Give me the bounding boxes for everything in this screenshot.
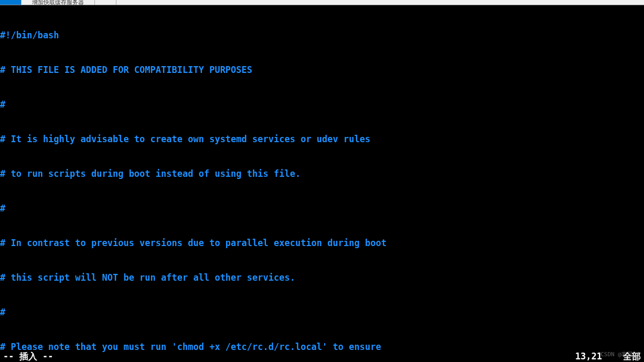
code-line: # THIS FILE IS ADDED FOR COMPATIBILITY P…	[0, 64, 644, 76]
code-line: # It is highly advisable to create own s…	[0, 133, 644, 145]
editor-content[interactable]: #!/bin/bash # THIS FILE IS ADDED FOR COM…	[0, 5, 644, 362]
vim-status-bar: -- 插入 -- 13,21 全部	[0, 350, 644, 362]
tab-item[interactable]	[95, 0, 116, 5]
code-line: #	[0, 99, 644, 110]
tab-bar: 增加快取缓存服务器	[0, 0, 644, 5]
code-line: #	[0, 306, 644, 318]
code-line: #!/bin/bash	[0, 29, 644, 41]
tab-label: 增加快取缓存服务器	[32, 0, 84, 8]
vim-mode: -- 插入 --	[3, 350, 53, 362]
tab-item[interactable]: 增加快取缓存服务器	[22, 0, 95, 5]
tab-active[interactable]	[0, 0, 22, 5]
code-line: # this script will NOT be run after all …	[0, 272, 644, 283]
code-line: # In contrast to previous versions due t…	[0, 237, 644, 249]
cursor-position: 13,21	[575, 350, 602, 362]
watermark-text: CSDN @寒星の	[600, 351, 639, 358]
code-line: #	[0, 203, 644, 214]
code-line: # to run scripts during boot instead of …	[0, 168, 644, 179]
watermark: CSDN @寒星の	[600, 351, 639, 358]
